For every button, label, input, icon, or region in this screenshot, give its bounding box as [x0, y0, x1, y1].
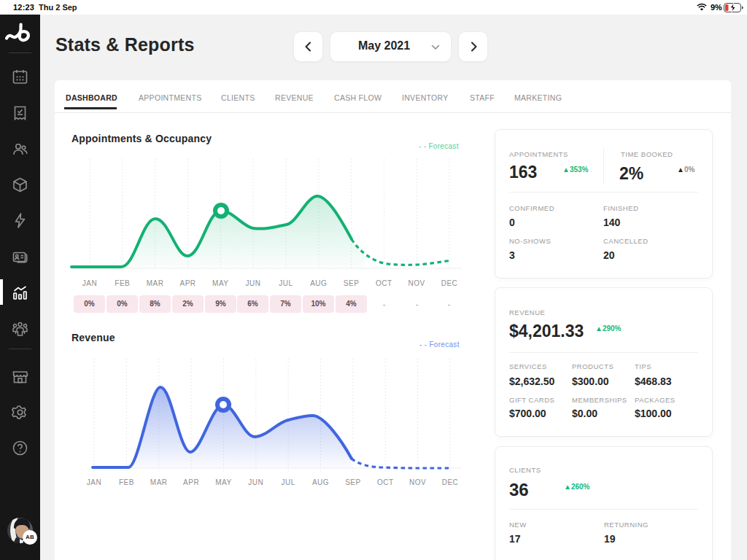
svg-text:JAN: JAN [82, 279, 97, 287]
svg-text:JUN: JUN [246, 279, 261, 287]
svg-text:NOV: NOV [409, 279, 425, 287]
svg-text:MAY: MAY [215, 478, 231, 486]
svg-text:FEB: FEB [115, 279, 130, 287]
svg-text:AUG: AUG [312, 478, 329, 486]
svg-text:NOV: NOV [409, 478, 426, 486]
svg-text:MAY: MAY [212, 279, 228, 287]
svg-text:JAN: JAN [87, 478, 101, 486]
svg-text:SEP: SEP [345, 478, 361, 486]
svg-text:APR: APR [183, 478, 199, 486]
svg-text:MAR: MAR [147, 279, 164, 287]
svg-text:OCT: OCT [377, 478, 394, 486]
svg-text:JUN: JUN [248, 478, 263, 486]
svg-text:JUL: JUL [279, 279, 293, 287]
svg-text:DEC: DEC [442, 478, 459, 486]
svg-text:DEC: DEC [441, 279, 458, 287]
svg-text:AUG: AUG [310, 279, 327, 287]
svg-text:MAR: MAR [150, 478, 168, 486]
svg-text:FEB: FEB [119, 478, 134, 486]
svg-text:SEP: SEP [344, 279, 360, 287]
svg-text:APR: APR [179, 279, 196, 287]
svg-text:JUL: JUL [282, 478, 295, 486]
svg-text:OCT: OCT [376, 279, 392, 287]
